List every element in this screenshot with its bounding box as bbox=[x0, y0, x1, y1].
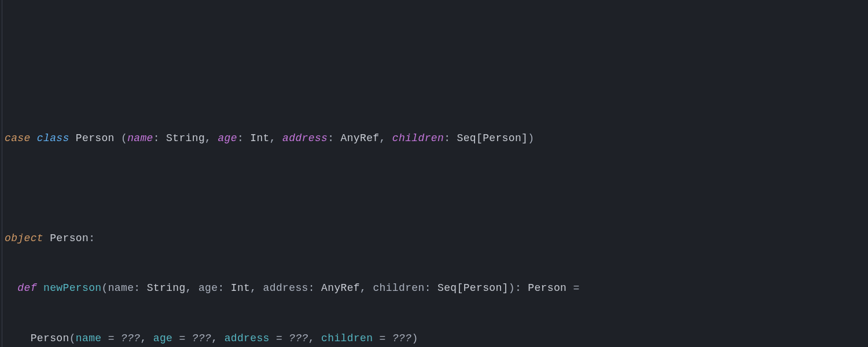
function-name: newPerson bbox=[43, 282, 101, 294]
param-type: String bbox=[166, 132, 205, 144]
colon: : bbox=[425, 282, 437, 294]
keyword-case: case bbox=[5, 132, 31, 144]
keyword-object: object bbox=[5, 232, 43, 244]
equals: = bbox=[270, 333, 289, 344]
param-name: name bbox=[127, 132, 153, 144]
param-type: AnyRef bbox=[321, 282, 360, 294]
paren-open: ( bbox=[115, 132, 127, 144]
object-name: Person bbox=[50, 232, 89, 244]
keyword-def: def bbox=[17, 282, 37, 294]
colon: : bbox=[444, 132, 457, 144]
equals: = bbox=[172, 333, 192, 344]
named-arg-age: age bbox=[153, 333, 173, 344]
comma: , bbox=[380, 132, 392, 144]
param-name: name bbox=[108, 282, 134, 294]
param-age: age bbox=[198, 282, 218, 294]
code-line-blank bbox=[5, 176, 868, 201]
equals: = bbox=[567, 282, 579, 294]
return-colon: : bbox=[515, 282, 528, 294]
class-name: Person bbox=[76, 132, 115, 144]
code-line-1: case class Person (name: String, age: In… bbox=[5, 126, 868, 151]
param-address: address bbox=[282, 132, 328, 144]
keyword-class: class bbox=[37, 132, 69, 144]
paren-close: ) bbox=[411, 333, 418, 344]
colon: : bbox=[218, 282, 230, 294]
comma: , bbox=[186, 282, 198, 294]
code-editor[interactable]: case class Person (name: String, age: In… bbox=[0, 0, 868, 347]
comma: , bbox=[140, 333, 153, 344]
code-line-4: def newPerson(name: String, age: Int, ad… bbox=[5, 276, 868, 301]
comma: , bbox=[360, 282, 373, 294]
colon: : bbox=[237, 132, 250, 144]
placeholder-value: ??? bbox=[289, 333, 308, 344]
code-line-3: object Person: bbox=[5, 226, 868, 251]
param-type: Int bbox=[250, 132, 270, 144]
paren-close: ) bbox=[528, 132, 534, 144]
named-arg-children: children bbox=[321, 333, 373, 344]
equals: = bbox=[373, 333, 392, 344]
colon: : bbox=[153, 132, 166, 144]
paren-open: ( bbox=[69, 333, 76, 344]
paren-open: ( bbox=[101, 282, 108, 294]
return-type: Person bbox=[528, 282, 567, 294]
param-children: children bbox=[392, 132, 444, 144]
comma: , bbox=[250, 282, 263, 294]
param-type: Seq[Person] bbox=[437, 282, 509, 294]
placeholder-value: ??? bbox=[392, 333, 412, 344]
named-arg-name: name bbox=[76, 333, 102, 344]
param-age: age bbox=[218, 132, 237, 144]
comma: , bbox=[211, 333, 224, 344]
indent bbox=[5, 333, 31, 344]
comma: , bbox=[205, 132, 218, 144]
equals: = bbox=[101, 333, 121, 344]
colon: : bbox=[328, 132, 340, 144]
named-arg-address: address bbox=[225, 333, 270, 344]
placeholder-value: ??? bbox=[192, 333, 212, 344]
param-type: Seq[Person] bbox=[457, 132, 528, 144]
param-address: address bbox=[263, 282, 308, 294]
param-type: String bbox=[147, 282, 186, 294]
param-type: AnyRef bbox=[341, 132, 380, 144]
colon: : bbox=[89, 232, 95, 244]
colon: : bbox=[308, 282, 321, 294]
colon: : bbox=[134, 282, 146, 294]
constructor-call: Person bbox=[31, 333, 69, 344]
code-line-5: Person(name = ???, age = ???, address = … bbox=[5, 326, 868, 347]
indent bbox=[5, 282, 17, 294]
comma: , bbox=[270, 132, 282, 144]
comma: , bbox=[308, 333, 321, 344]
param-type: Int bbox=[231, 282, 251, 294]
placeholder-value: ??? bbox=[121, 333, 141, 344]
param-children: children bbox=[373, 282, 424, 294]
paren-close: ) bbox=[509, 282, 515, 294]
